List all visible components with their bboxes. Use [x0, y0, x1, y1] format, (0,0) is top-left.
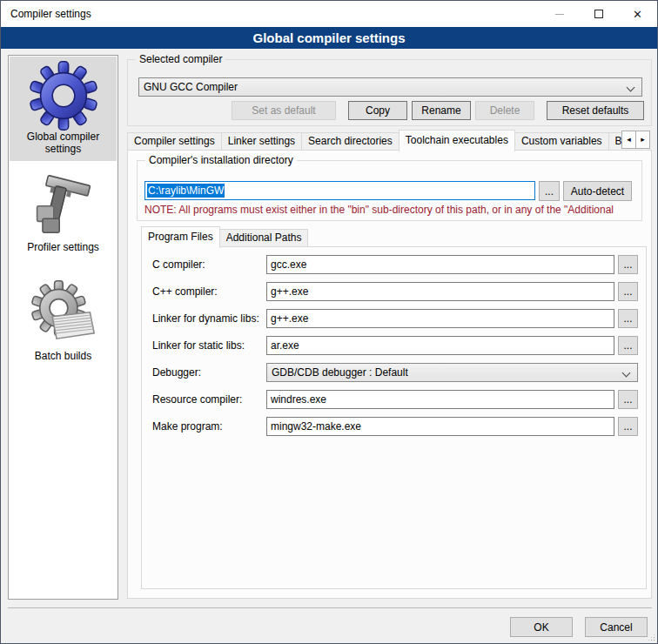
main-tab-strip: Compiler settings Linker settings Search… — [127, 129, 652, 151]
delete-button[interactable]: Delete — [475, 101, 534, 120]
rename-button[interactable]: Rename — [412, 101, 471, 120]
compiler-settings-dialog: Compiler settings ✕ Global compiler sett… — [0, 0, 658, 644]
compiler-select[interactable]: GNU GCC Compiler — [138, 77, 642, 97]
tab-scroll-right-icon[interactable]: ▸ — [635, 131, 650, 149]
settings-category-list: Global compiler settings Pr — [8, 55, 118, 600]
sidebar-item-profiler[interactable] — [29, 174, 98, 243]
set-as-default-button[interactable]: Set as default — [232, 101, 336, 120]
toolchain-executables-page: Compiler's installation directory C:\ray… — [127, 150, 652, 599]
tab-additional-paths[interactable]: Additional Paths — [219, 229, 309, 247]
dynamic-linker-label: Linker for dynamic libs: — [152, 312, 259, 325]
installation-directory-selected-text: C:\raylib\MinGW — [147, 184, 225, 198]
sidebar-label-batch-builds[interactable]: Batch builds — [10, 350, 117, 362]
resource-compiler-label: Resource compiler: — [152, 393, 242, 406]
resource-compiler-input[interactable] — [266, 390, 614, 409]
make-program-label: Make program: — [152, 420, 223, 433]
sidebar-label-global-compiler[interactable]: Global compiler settings — [10, 131, 117, 155]
selected-compiler-group: Selected compiler GNU GCC Compiler Set a… — [127, 59, 652, 126]
reset-defaults-button[interactable]: Reset defaults — [547, 101, 644, 120]
dynamic-linker-input[interactable] — [266, 309, 614, 328]
c-compiler-row: C compiler: ... — [142, 255, 648, 275]
tab-custom-variables[interactable]: Custom variables — [514, 132, 609, 151]
maximize-icon — [594, 10, 603, 18]
selected-compiler-group-label: Selected compiler — [136, 53, 225, 65]
page-title: Global compiler settings — [1, 27, 657, 49]
caliper-icon — [29, 174, 98, 240]
cpp-compiler-row: C++ compiler: ... — [142, 282, 648, 302]
c-compiler-label: C compiler: — [152, 258, 205, 271]
minimize-button[interactable] — [540, 1, 579, 27]
cpp-compiler-input[interactable] — [266, 282, 614, 301]
installation-directory-input[interactable]: C:\raylib\MinGW — [144, 181, 535, 200]
resize-grip[interactable] — [654, 640, 655, 641]
dynamic-linker-row: Linker for dynamic libs: ... — [142, 309, 648, 329]
make-program-browse-button[interactable]: ... — [618, 417, 638, 436]
program-files-page: C compiler: ... C++ compiler: ... Linker… — [141, 246, 647, 589]
ok-button[interactable]: OK — [510, 617, 573, 637]
tab-scroll-left-icon[interactable]: ◂ — [621, 131, 636, 149]
auto-detect-button[interactable]: Auto-detect — [563, 181, 632, 201]
gear-paper-stack-icon — [29, 280, 98, 346]
resource-compiler-browse-button[interactable]: ... — [618, 390, 638, 409]
tab-toolchain-executables[interactable]: Toolchain executables — [399, 130, 515, 151]
chevron-down-icon — [627, 84, 635, 92]
title-bar: Compiler settings ✕ — [1, 1, 657, 27]
chevron-down-icon — [622, 369, 631, 378]
browse-directory-button[interactable]: ... — [539, 181, 560, 201]
maximize-button[interactable] — [579, 1, 618, 27]
compiler-select-value: GNU GCC Compiler — [144, 81, 238, 93]
tab-scroll-buttons: ◂ ▸ — [622, 131, 650, 149]
resource-compiler-row: Resource compiler: ... — [142, 390, 648, 410]
make-program-input[interactable] — [266, 417, 614, 436]
static-linker-browse-button[interactable]: ... — [618, 336, 638, 355]
program-files-tab-strip: Program Files Additional Paths — [141, 225, 307, 247]
window-title: Compiler settings — [10, 8, 91, 20]
debugger-label: Debugger: — [152, 366, 201, 379]
c-compiler-browse-button[interactable]: ... — [618, 255, 638, 274]
minimize-icon — [555, 14, 564, 15]
installation-directory-group: Compiler's installation directory C:\ray… — [137, 160, 642, 221]
tab-program-files[interactable]: Program Files — [141, 226, 220, 248]
tab-linker-settings[interactable]: Linker settings — [221, 132, 302, 151]
c-compiler-input[interactable] — [266, 255, 614, 274]
tab-compiler-settings[interactable]: Compiler settings — [127, 132, 222, 151]
tab-search-directories[interactable]: Search directories — [301, 132, 400, 151]
close-button[interactable]: ✕ — [618, 1, 657, 27]
footer-separator — [8, 607, 652, 608]
static-linker-row: Linker for static libs: ... — [142, 336, 648, 356]
cpp-compiler-browse-button[interactable]: ... — [618, 282, 638, 301]
sidebar-item-batch-builds[interactable] — [29, 280, 98, 349]
sidebar-item-global-compiler[interactable] — [29, 61, 98, 133]
debugger-select[interactable]: GDB/CDB debugger : Default — [266, 363, 638, 382]
debugger-select-value: GDB/CDB debugger : Default — [272, 366, 408, 379]
close-icon: ✕ — [633, 9, 642, 20]
sidebar-label-profiler[interactable]: Profiler settings — [10, 241, 117, 253]
bin-subdirectory-note: NOTE: All programs must exist either in … — [144, 204, 637, 216]
make-program-row: Make program: ... — [142, 417, 648, 437]
copy-button[interactable]: Copy — [348, 101, 407, 120]
dynamic-linker-browse-button[interactable]: ... — [618, 309, 638, 328]
installation-directory-group-label: Compiler's installation directory — [145, 154, 297, 166]
static-linker-input[interactable] — [266, 336, 614, 355]
blue-gear-icon — [29, 61, 98, 131]
cpp-compiler-label: C++ compiler: — [152, 285, 218, 298]
static-linker-label: Linker for static libs: — [152, 339, 245, 352]
debugger-row: Debugger: GDB/CDB debugger : Default — [142, 363, 648, 383]
cancel-button[interactable]: Cancel — [585, 617, 648, 637]
